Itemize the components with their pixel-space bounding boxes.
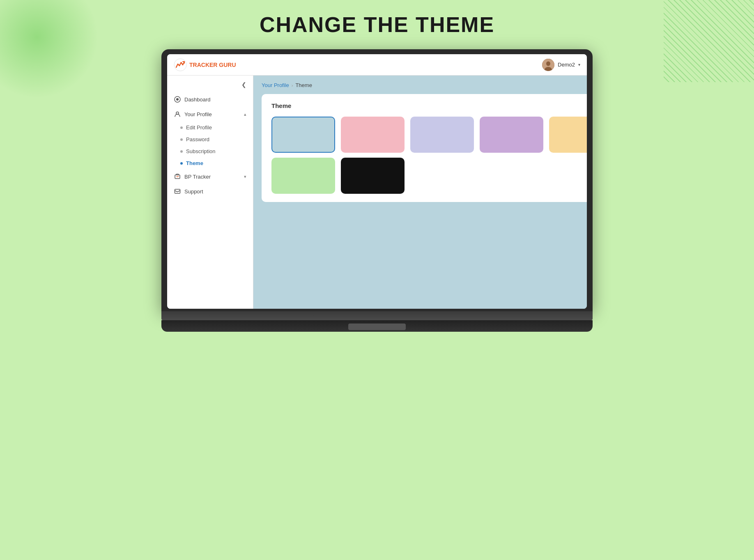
navbar: TRACKER GURU Demo2 ▾	[167, 54, 587, 76]
svg-rect-8	[175, 189, 180, 193]
theme-swatch-lavender[interactable]	[410, 117, 474, 153]
bullet-icon	[180, 126, 183, 129]
theme-swatches	[271, 117, 587, 194]
avatar	[542, 59, 554, 71]
chevron-down-icon: ▾	[578, 62, 580, 67]
laptop-touchpad	[348, 324, 406, 330]
bp-tracker-chevron-icon: ▾	[244, 174, 246, 179]
svg-point-2	[546, 61, 550, 66]
logo-area: TRACKER GURU	[174, 58, 236, 71]
sidebar-subitem-password-label: Password	[186, 136, 209, 142]
theme-row-1	[271, 117, 587, 153]
content-area: Your Profile › Theme Theme	[253, 76, 587, 309]
profile-chevron-icon: ▴	[244, 112, 246, 117]
breadcrumb-parent-link[interactable]: Your Profile	[262, 82, 289, 88]
laptop-screen-inner: TRACKER GURU Demo2 ▾	[167, 54, 587, 309]
sidebar-subitem-subscription[interactable]: Subscription	[180, 145, 253, 157]
bullet-icon	[180, 150, 183, 153]
sidebar-subitem-password[interactable]: Password	[180, 133, 253, 145]
logo-icon	[174, 58, 187, 71]
logo-text: TRACKER GURU	[189, 62, 236, 68]
sidebar-submenu: Edit Profile Password Subscription	[167, 122, 253, 169]
sidebar-item-dashboard[interactable]: Dashboard	[167, 92, 253, 107]
theme-card: Theme	[262, 94, 587, 202]
laptop-base	[161, 311, 593, 320]
theme-swatch-purple[interactable]	[480, 117, 543, 153]
theme-card-title: Theme	[271, 102, 587, 109]
collapse-icon[interactable]: ❮	[240, 80, 248, 89]
sidebar-item-support[interactable]: Support	[167, 184, 253, 199]
theme-swatch-black[interactable]	[341, 158, 405, 194]
sidebar-item-bp-tracker[interactable]: BP Tracker ▾	[167, 169, 253, 184]
profile-icon	[174, 110, 181, 118]
sidebar-subitem-subscription-label: Subscription	[186, 148, 216, 154]
sidebar-item-your-profile[interactable]: Your Profile ▴	[167, 107, 253, 122]
user-name: Demo2	[558, 62, 575, 68]
theme-swatch-yellow[interactable]	[549, 117, 587, 153]
theme-swatch-green[interactable]	[271, 158, 335, 194]
sidebar: ❮ Dashboard	[167, 76, 253, 309]
laptop-bottom	[161, 320, 593, 332]
breadcrumb-current: Theme	[295, 82, 312, 88]
sidebar-item-your-profile-label: Your Profile	[184, 111, 212, 117]
theme-swatch-pink[interactable]	[341, 117, 405, 153]
bp-tracker-icon	[174, 173, 181, 180]
app-container: TRACKER GURU Demo2 ▾	[167, 54, 587, 309]
bullet-active-icon	[180, 162, 183, 165]
sidebar-item-bp-tracker-label: BP Tracker	[184, 174, 211, 180]
user-area[interactable]: Demo2 ▾	[542, 59, 580, 71]
main-layout: ❮ Dashboard	[167, 76, 587, 309]
laptop-wrapper: TRACKER GURU Demo2 ▾	[161, 49, 593, 332]
bullet-icon	[180, 138, 183, 141]
svg-point-5	[176, 98, 179, 101]
theme-swatch-blue[interactable]	[271, 117, 335, 153]
sidebar-collapse-btn: ❮	[167, 80, 253, 92]
sidebar-subitem-theme[interactable]: Theme	[180, 157, 253, 169]
breadcrumb-separator: ›	[292, 83, 293, 88]
theme-row-2	[271, 158, 587, 194]
sidebar-subitem-theme-label: Theme	[186, 160, 203, 166]
sidebar-item-dashboard-label: Dashboard	[184, 96, 211, 103]
dashboard-icon	[174, 96, 181, 103]
breadcrumb: Your Profile › Theme	[262, 82, 587, 88]
sidebar-subitem-edit-profile[interactable]: Edit Profile	[180, 122, 253, 133]
sidebar-item-support-label: Support	[184, 188, 203, 195]
support-icon	[174, 188, 181, 195]
laptop-screen-outer: TRACKER GURU Demo2 ▾	[161, 49, 593, 311]
page-title: CHANGE THE THEME	[260, 12, 494, 37]
sidebar-subitem-edit-profile-label: Edit Profile	[186, 124, 212, 131]
